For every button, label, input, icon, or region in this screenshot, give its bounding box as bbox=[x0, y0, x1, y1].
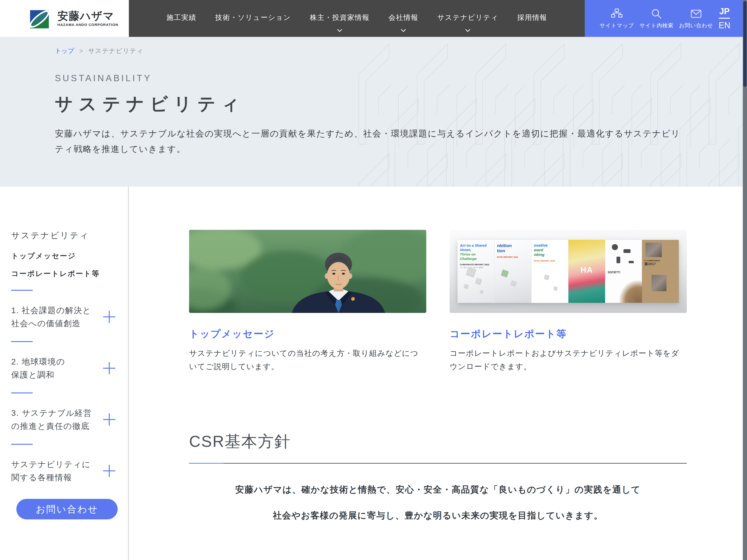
chevron-down-icon bbox=[337, 27, 342, 32]
contact-button[interactable]: お問い合わせ bbox=[16, 499, 118, 519]
card-title-top-message[interactable]: トップメッセージ bbox=[189, 327, 426, 341]
plus-icon bbox=[103, 362, 115, 374]
chevron-down-icon bbox=[401, 27, 406, 32]
hero-section: トップ > サステナビリティ SUSTAINABILITY サステナビリティ 安… bbox=[0, 37, 747, 187]
sidebar-accordion-various-info[interactable]: サステナビリティに関する各種情報 bbox=[11, 458, 119, 484]
search-icon bbox=[651, 8, 662, 20]
site-search-button[interactable]: サイト内検索 bbox=[639, 8, 673, 29]
page-description: 安藤ハザマは、サステナブルな社会の実現へと一層の貢献を果たすため、社会・環境課題… bbox=[55, 126, 680, 157]
plus-icon bbox=[103, 311, 115, 323]
nav-item-works[interactable]: 施工実績 bbox=[166, 13, 196, 24]
csr-section-title: CSR基本方針 bbox=[189, 431, 687, 452]
lang-en-button[interactable]: EN bbox=[719, 21, 730, 30]
nav-item-sustainability[interactable]: サステナビリティ bbox=[437, 13, 498, 24]
breadcrumb-home-link[interactable]: トップ bbox=[55, 47, 74, 55]
main-nav: 施工実績 技術・ソリューション 株主・投資家情報 会社情報 サステナビリティ 採… bbox=[129, 0, 585, 37]
top-message-image[interactable] bbox=[189, 230, 426, 313]
csr-section: CSR基本方針 安藤ハザマは、確かな技術と情熱で、安心・安全・高品質な「良いもの… bbox=[189, 431, 687, 522]
csr-statement-line1: 安藤ハザマは、確かな技術と情熱で、安心・安全・高品質な「良いものづくり」の実践を… bbox=[189, 484, 687, 496]
sitemap-button[interactable]: サイトマップ bbox=[600, 8, 634, 29]
section-eyebrow: SUSTAINABILITY bbox=[55, 73, 747, 83]
utility-nav: サイトマップ サイト内検索 お問い合わせ JP EN bbox=[585, 0, 743, 37]
breadcrumb-separator: > bbox=[79, 47, 83, 55]
sidebar-accordion-sustainable-management[interactable]: 3. サステナブル経営の推進と責任の徹底 bbox=[11, 406, 119, 433]
site-header: 安藤ハザマ HAZAMA ANDO CORPORATION 施工実績 技術・ソリ… bbox=[0, 0, 747, 37]
breadcrumb: トップ > サステナビリティ bbox=[55, 47, 747, 55]
sidebar-accordion-environment[interactable]: 2. 地球環境の保護と調和 bbox=[11, 355, 119, 381]
sidebar-divider bbox=[11, 341, 33, 342]
card-title-corporate-report[interactable]: コーポレートレポート等 bbox=[449, 327, 687, 341]
scrollbar-thumb[interactable] bbox=[743, 1, 747, 87]
nav-item-recruit[interactable]: 採用情報 bbox=[517, 13, 547, 24]
sidebar-divider bbox=[11, 444, 33, 445]
brand-name-jp: 安藤ハザマ bbox=[57, 10, 118, 22]
card-corporate-report: Act on a Shared Vision, Thrive on Challe… bbox=[449, 230, 687, 373]
report-cover-2017: D COMMITMENT 書2017 bbox=[642, 240, 679, 303]
sidebar-link-top-message[interactable]: トップメッセージ bbox=[11, 251, 119, 261]
page-title: サステナビリティ bbox=[55, 92, 747, 116]
report-cover-2020: ovative ward nking RATE REPORT 2020 bbox=[531, 240, 568, 303]
logo[interactable]: 安藤ハザマ HAZAMA ANDO CORPORATION bbox=[0, 0, 129, 37]
report-cover-2019: HA bbox=[568, 240, 605, 303]
report-covers-collage: Act on a Shared Vision, Thrive on Challe… bbox=[449, 230, 687, 313]
nav-item-technology[interactable]: 技術・ソリューション bbox=[215, 13, 291, 24]
sidebar-divider bbox=[11, 393, 33, 393]
chevron-down-icon bbox=[465, 27, 470, 32]
lang-jp-button[interactable]: JP bbox=[719, 6, 730, 19]
contact-nav-button[interactable]: お問い合わせ bbox=[679, 8, 713, 29]
sidebar-link-corporate-report[interactable]: コーポレートレポート等 bbox=[11, 269, 119, 278]
executive-portrait-image bbox=[189, 230, 426, 313]
plus-icon bbox=[103, 465, 115, 477]
sidebar: サステナビリティ トップメッセージ コーポレートレポート等 1. 社会課題の解決… bbox=[0, 187, 129, 560]
brand-name-en: HAZAMA ANDO CORPORATION bbox=[57, 23, 118, 27]
card-top-message: トップメッセージ サステナビリティについての当社の考え方・取り組みなどについてご… bbox=[189, 230, 426, 373]
csr-section-divider bbox=[189, 463, 687, 464]
logo-icon bbox=[26, 5, 53, 32]
nav-item-ir[interactable]: 株主・投資家情報 bbox=[310, 13, 369, 24]
sitemap-icon bbox=[611, 8, 623, 20]
sidebar-divider bbox=[11, 290, 33, 291]
card-desc-corporate-report: コーポレートレポートおよびサステナビリティレポート等をダウンロードできます。 bbox=[449, 347, 687, 373]
language-switch: JP EN bbox=[719, 6, 730, 30]
sidebar-accordion-social-issues[interactable]: 1. 社会課題の解決と社会への価値創造 bbox=[11, 304, 119, 330]
report-cover-2021: nbition tion RATE REPORT 2021 bbox=[494, 240, 531, 303]
plus-icon bbox=[103, 414, 115, 426]
breadcrumb-current: サステナビリティ bbox=[88, 47, 144, 55]
sidebar-section-title: サステナビリティ bbox=[11, 230, 119, 241]
report-cover-2022: Act on a Shared Vision, Thrive on Challe… bbox=[458, 240, 494, 303]
csr-statement-line2: 社会やお客様の発展に寄与し、豊かな明るい未来の実現を目指していきます。 bbox=[189, 510, 687, 522]
nav-item-company[interactable]: 会社情報 bbox=[388, 13, 418, 24]
scrollbar-track bbox=[743, 0, 747, 560]
report-cover-2018: SOCIETY: bbox=[605, 240, 642, 303]
card-desc-top-message: サステナビリティについての当社の考え方・取り組みなどについてご説明しています。 bbox=[189, 347, 426, 373]
main-content: トップメッセージ サステナビリティについての当社の考え方・取り組みなどについてご… bbox=[129, 187, 747, 560]
mail-icon bbox=[690, 8, 702, 20]
corporate-report-image[interactable]: Act on a Shared Vision, Thrive on Challe… bbox=[449, 230, 687, 313]
